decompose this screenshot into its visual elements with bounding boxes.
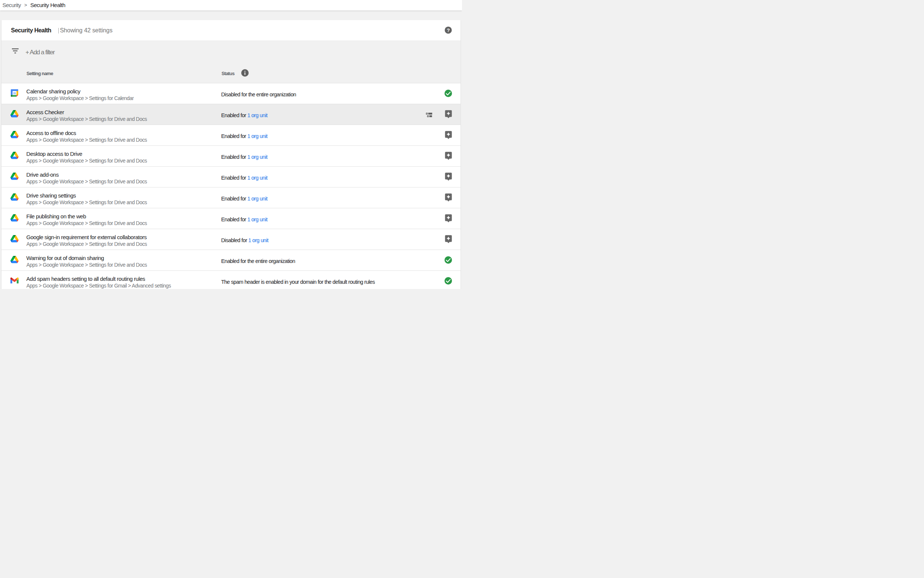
svg-text:31: 31	[13, 92, 16, 94]
svg-text:?: ?	[447, 28, 450, 33]
